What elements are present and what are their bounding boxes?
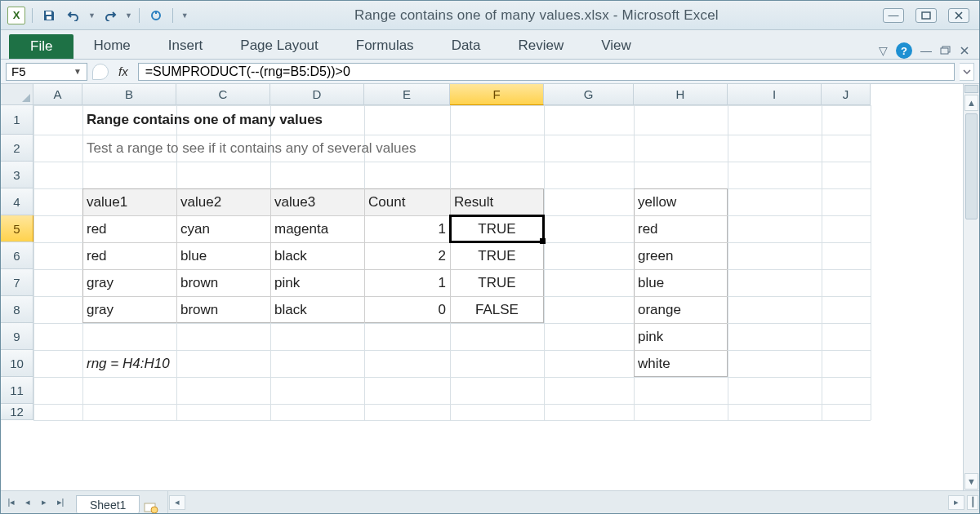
column-header-C[interactable]: C [176,84,270,105]
sheet-last-button[interactable]: ▸| [53,495,68,510]
close-button[interactable] [948,8,969,23]
row-header-4[interactable]: 4 [1,188,33,215]
undo-button[interactable] [64,7,83,24]
cell-H7[interactable]: blue [634,269,728,296]
column-header-A[interactable]: A [33,84,82,105]
new-sheet-button[interactable] [140,502,163,513]
column-header-J[interactable]: J [822,84,871,105]
row-header-10[interactable]: 10 [1,350,33,377]
sheet-next-button[interactable]: ▸ [37,495,51,510]
cell-D7[interactable]: pink [270,269,364,296]
vertical-scrollbar[interactable]: ▲ ▼ [963,84,979,490]
cell-D8[interactable]: black [270,296,364,323]
cell-E6[interactable]: 2 [364,242,450,269]
row-header-7[interactable]: 7 [1,269,33,296]
save-button[interactable] [39,7,59,24]
row-header-12[interactable]: 12 [1,404,33,420]
cell-H5[interactable]: red [634,215,728,242]
cell-E4[interactable]: Count [364,188,450,215]
fill-handle[interactable] [540,238,546,244]
column-header-E[interactable]: E [364,84,450,105]
workbook-restore-icon[interactable] [940,46,951,55]
tab-insert[interactable]: Insert [150,33,221,59]
grid[interactable]: ABCDEFGHIJ 123456789101112 Range contain… [1,84,963,490]
cell-C8[interactable]: brown [176,296,270,323]
row-header-1[interactable]: 1 [1,105,33,135]
ribbon-collapse-icon[interactable]: ▽ [879,44,888,57]
cell-C4[interactable]: value2 [176,188,270,215]
cell-B7[interactable]: gray [82,269,176,296]
cell-E8[interactable]: 0 [364,296,450,323]
row-header-2[interactable]: 2 [1,135,33,162]
formula-expand-button[interactable] [960,63,974,81]
redo-button[interactable] [100,7,120,24]
sheet-tab-sheet1[interactable]: Sheet1 [76,495,140,514]
row-header-9[interactable]: 9 [1,323,33,350]
redo-dropdown-icon[interactable]: ▼ [125,11,132,20]
sheet-prev-button[interactable]: ◂ [20,495,35,510]
cancel-formula-icon[interactable] [92,64,109,80]
formula-input[interactable]: =SUMPRODUCT(--(rng=B5:D5))>0 [138,63,955,81]
cell-H4[interactable]: yellow [634,188,728,215]
name-box-dropdown-icon[interactable]: ▼ [74,67,82,76]
column-header-G[interactable]: G [544,84,634,105]
tab-home[interactable]: Home [75,33,148,59]
cell-F8[interactable]: FALSE [450,296,544,323]
cell-F6[interactable]: TRUE [450,242,544,269]
cell-B10[interactable]: rng = H4:H10 [82,350,364,377]
row-header-3[interactable]: 3 [1,162,33,188]
row-header-8[interactable]: 8 [1,296,33,323]
scroll-left-button[interactable]: ◂ [169,495,185,510]
cell-B2[interactable]: Test a range to see if it contains any o… [82,135,728,162]
cell-H8[interactable]: orange [634,296,728,323]
cell-C5[interactable]: cyan [176,215,270,242]
cell-B6[interactable]: red [82,242,176,269]
tab-review[interactable]: Review [501,33,582,59]
cell-E7[interactable]: 1 [364,269,450,296]
tab-page-layout[interactable]: Page Layout [222,33,336,59]
sheet-first-button[interactable]: |◂ [4,495,19,510]
column-header-D[interactable]: D [270,84,364,105]
maximize-button[interactable] [915,8,937,23]
column-header-B[interactable]: B [82,84,176,105]
workbook-minimize-icon[interactable]: ― [920,44,932,57]
horizontal-scrollbar[interactable]: ◂ ▸ ┃ [167,491,979,513]
minimize-button[interactable]: ― [883,8,904,23]
tab-view[interactable]: View [583,33,649,59]
row-header-11[interactable]: 11 [1,377,33,404]
tab-data[interactable]: Data [434,33,499,59]
cell-B1[interactable]: Range contains one of many values [82,105,634,135]
cell-B5[interactable]: red [82,215,176,242]
undo-dropdown-icon[interactable]: ▼ [88,11,96,20]
excel-app-icon[interactable]: X [7,7,25,24]
vscroll-track[interactable] [964,112,979,472]
vscroll-thumb[interactable] [965,113,978,219]
insert-function-button[interactable]: fx [114,64,133,78]
scroll-down-button[interactable]: ▼ [964,473,978,490]
help-button[interactable]: ? [896,42,912,59]
row-header-6[interactable]: 6 [1,242,33,269]
tab-formulas[interactable]: Formulas [338,33,432,59]
hscroll-split[interactable]: ┃ [967,495,978,510]
column-header-I[interactable]: I [728,84,822,105]
hscroll-track[interactable] [186,495,947,510]
cell-B8[interactable]: gray [82,296,176,323]
column-header-H[interactable]: H [634,84,728,105]
cell-D5[interactable]: magenta [270,215,364,242]
touch-mode-button[interactable] [146,7,166,24]
row-header-5[interactable]: 5 [1,215,33,242]
split-box-top[interactable] [964,85,978,93]
workbook-close-icon[interactable] [960,46,969,55]
cell-E5[interactable]: 1 [364,215,450,242]
cell-B4[interactable]: value1 [82,188,176,215]
scroll-up-button[interactable]: ▲ [964,95,978,111]
cell-C7[interactable]: brown [176,269,270,296]
qat-customize-dropdown[interactable]: ▼ [180,11,190,20]
column-header-F[interactable]: F [450,84,544,105]
cell-D6[interactable]: black [270,242,364,269]
select-all-corner[interactable] [1,84,33,105]
cell-F7[interactable]: TRUE [450,269,544,296]
cell-H6[interactable]: green [634,242,728,269]
name-box[interactable]: F5 ▼ [6,63,87,81]
cell-H10[interactable]: white [634,350,728,377]
